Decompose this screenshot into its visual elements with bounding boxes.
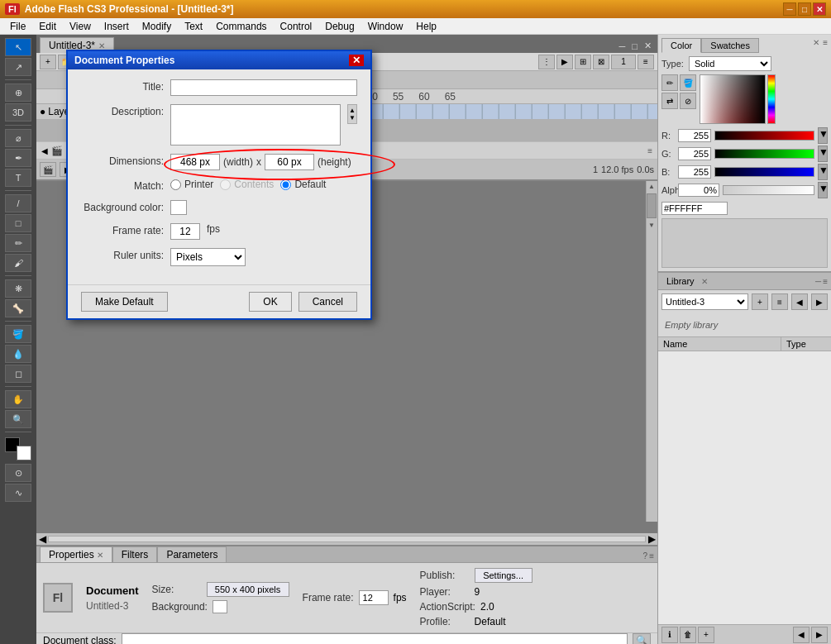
hex-input[interactable] xyxy=(661,202,728,215)
doc-class-input[interactable] xyxy=(122,633,628,644)
menu-help[interactable]: Help xyxy=(409,19,443,34)
menu-edit[interactable]: Edit xyxy=(32,19,63,34)
color-type-select[interactable]: Solid Linear gradient Radial gradient Bi… xyxy=(689,56,771,71)
tool-rect[interactable]: □ xyxy=(5,214,31,232)
doc-collapse[interactable]: ─ xyxy=(617,41,628,51)
lib-props-btn[interactable]: ℹ xyxy=(661,627,678,643)
tool-deco[interactable]: ❋ xyxy=(5,279,31,298)
menu-view[interactable]: View xyxy=(63,19,98,34)
lib-left-btn[interactable]: ◀ xyxy=(791,293,808,310)
tool-subselect[interactable]: ↗ xyxy=(5,58,31,76)
dialog-bg-color-swatch[interactable] xyxy=(170,200,187,215)
props-size-btn[interactable]: 550 x 400 pixels xyxy=(207,582,289,597)
cp-none-icon[interactable]: ⊘ xyxy=(680,93,696,109)
doc-maximize[interactable]: □ xyxy=(629,41,640,51)
tool-paint-bucket[interactable]: 🪣 xyxy=(5,325,31,343)
channel-g-slider[interactable] xyxy=(714,149,814,159)
tl-options[interactable]: ≡ xyxy=(638,55,654,69)
color-hue-bar[interactable] xyxy=(767,74,776,124)
menu-debug[interactable]: Debug xyxy=(318,19,361,34)
menu-commands[interactable]: Commands xyxy=(209,19,273,34)
dialog-height-input[interactable] xyxy=(265,154,314,170)
menu-control[interactable]: Control xyxy=(274,19,319,34)
tool-pen[interactable]: ✒ xyxy=(5,149,31,167)
lib-document-select[interactable]: Untitled-3 xyxy=(661,293,748,310)
tl-btn-4[interactable]: ⊠ xyxy=(593,55,609,69)
lib-options[interactable]: ≡ xyxy=(823,277,828,286)
color-panel-close[interactable]: ✕ xyxy=(813,38,819,53)
doc-tab-close[interactable]: ✕ xyxy=(98,41,105,50)
channel-r-arrow[interactable]: ▼ xyxy=(818,127,828,144)
channel-b-arrow[interactable]: ▼ xyxy=(818,164,828,180)
doc-close[interactable]: ✕ xyxy=(642,41,654,51)
scroll-thumb-v[interactable] xyxy=(647,193,657,218)
cp-pencil-icon[interactable]: ✏ xyxy=(661,74,678,91)
menu-text[interactable]: Text xyxy=(178,19,209,34)
tl-btn-1[interactable]: ⋮ xyxy=(538,55,555,69)
minimize-button[interactable]: ─ xyxy=(783,2,796,16)
channel-r-input[interactable] xyxy=(678,129,711,142)
tool-select[interactable]: ↖ xyxy=(5,38,31,56)
document-properties-dialog[interactable]: Document Properties ✕ Title: Description… xyxy=(66,50,372,320)
channel-g-input[interactable] xyxy=(678,147,711,160)
tool-3d[interactable]: 3D xyxy=(5,103,31,122)
dialog-width-input[interactable] xyxy=(170,154,220,170)
maximize-button[interactable]: □ xyxy=(798,2,811,16)
tool-line[interactable]: / xyxy=(5,194,31,212)
scroll-up[interactable]: ▲ xyxy=(647,181,657,192)
props-fps-input[interactable] xyxy=(359,590,389,605)
scroll-right[interactable]: ▶ xyxy=(646,533,657,545)
lib-tab-close[interactable]: ✕ xyxy=(701,277,708,286)
scrollbar-track-h[interactable] xyxy=(48,536,646,542)
tab-swatches[interactable]: Swatches xyxy=(701,38,759,53)
color-gradient-box[interactable] xyxy=(700,74,766,124)
tab-properties[interactable]: Properties ✕ xyxy=(40,546,112,562)
tool-bone[interactable]: 🦴 xyxy=(5,299,31,317)
dialog-title-input[interactable] xyxy=(170,79,357,96)
tool-lasso[interactable]: ⌀ xyxy=(5,129,31,147)
props-options-icon[interactable]: ≡ xyxy=(649,551,654,561)
scroll-left[interactable]: ◀ xyxy=(36,533,48,545)
cp-bucket-icon[interactable]: 🪣 xyxy=(680,74,696,91)
tool-pencil[interactable]: ✏ xyxy=(5,234,31,252)
tool-snap[interactable]: ⊙ xyxy=(5,464,31,482)
tool-eyedropper[interactable]: 💧 xyxy=(5,345,31,363)
lib-nav-left[interactable]: ◀ xyxy=(793,627,810,643)
channel-b-input[interactable] xyxy=(678,165,711,179)
canvas-scrollbar-h[interactable]: ◀ ▶ xyxy=(36,533,657,545)
fill-color-swatch[interactable] xyxy=(17,446,31,460)
tab-parameters[interactable]: Parameters xyxy=(157,546,227,562)
tool-brush[interactable]: 🖌 xyxy=(5,254,31,272)
menu-modify[interactable]: Modify xyxy=(136,19,178,34)
color-panel-options[interactable]: ≡ xyxy=(823,38,828,53)
lib-add-btn[interactable]: + xyxy=(698,627,714,643)
props-bg-color[interactable] xyxy=(213,600,227,613)
dialog-desc-scroll[interactable]: ▲ ▼ xyxy=(347,104,357,124)
tab-color[interactable]: Color xyxy=(661,38,701,53)
dialog-framerate-input[interactable] xyxy=(170,223,200,240)
menu-window[interactable]: Window xyxy=(361,19,410,34)
channel-g-arrow[interactable]: ▼ xyxy=(818,145,828,162)
tool-zoom[interactable]: 🔍 xyxy=(5,410,31,428)
cp-swap-icon[interactable]: ⇄ xyxy=(661,93,678,109)
props-help-icon[interactable]: ? xyxy=(643,551,648,561)
tl-scene-btn[interactable]: 🎬 xyxy=(40,162,56,177)
dialog-ruler-select[interactable]: Pixels Inches Centimeters Points Picas xyxy=(170,248,246,266)
lib-tab-label[interactable]: Library xyxy=(661,274,700,288)
tab-props-close[interactable]: ✕ xyxy=(97,551,103,560)
lib-collapse[interactable]: ─ xyxy=(815,277,821,286)
tl-btn-3[interactable]: ⊞ xyxy=(575,55,591,69)
canvas-scrollbar-v[interactable]: ▲ ▼ xyxy=(646,181,657,522)
lib-new-btn[interactable]: + xyxy=(752,293,768,310)
tool-free-transform[interactable]: ⊕ xyxy=(5,83,31,102)
lib-delete-btn[interactable]: 🗑 xyxy=(680,627,696,643)
tl-new-layer[interactable]: + xyxy=(40,55,56,69)
alpha-arrow[interactable]: ▼ xyxy=(818,182,828,198)
menu-file[interactable]: File xyxy=(3,19,32,34)
channel-r-slider[interactable] xyxy=(714,131,814,141)
tool-smooth[interactable]: ∿ xyxy=(5,484,31,502)
close-button[interactable]: ✕ xyxy=(813,2,826,16)
scroll-up-arrow[interactable]: ▲ xyxy=(349,107,356,114)
tab-filters[interactable]: Filters xyxy=(112,546,158,562)
match-contents-label[interactable]: Contents xyxy=(220,179,274,190)
